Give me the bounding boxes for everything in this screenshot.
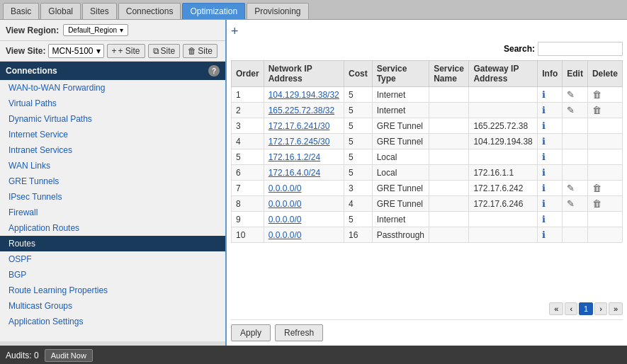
info-icon[interactable]: ℹ [542, 136, 546, 147]
nav-item-virtual-paths[interactable]: Virtual Paths [0, 96, 225, 111]
network-link[interactable]: 172.16.4.0/24 [269, 168, 320, 178]
cell-info: ℹ [538, 103, 563, 118]
network-link[interactable]: 0.0.0.0/0 [269, 199, 302, 209]
info-icon[interactable]: ℹ [542, 229, 546, 240]
search-input[interactable] [538, 42, 623, 56]
cell-info: ℹ [538, 87, 563, 103]
scrollbar[interactable] [0, 341, 225, 346]
edit-icon[interactable]: ✎ [567, 198, 575, 209]
info-icon[interactable]: ℹ [542, 105, 546, 115]
nav-item-ipsec-tunnels[interactable]: IPsec Tunnels [0, 189, 225, 205]
nav-item-routes[interactable]: Routes [0, 236, 225, 251]
delete-icon[interactable]: 🗑 [592, 89, 601, 100]
delete-icon[interactable]: 🗑 [592, 183, 601, 193]
delete-site-button[interactable]: 🗑 Site [183, 44, 218, 58]
table-row: 4172.17.6.245/305GRE Tunnel104.129.194.3… [232, 134, 623, 149]
cell-service-type: Internet [372, 103, 429, 118]
info-icon[interactable]: ℹ [542, 214, 546, 224]
nav-item-wan-links[interactable]: WAN Links [0, 158, 225, 174]
edit-icon[interactable]: ✎ [567, 105, 575, 115]
cell-network: 165.225.72.38/32 [264, 103, 344, 118]
info-icon[interactable]: ℹ [542, 167, 546, 178]
network-link[interactable]: 172.17.6.241/30 [269, 121, 330, 131]
network-link[interactable]: 165.225.72.38/32 [269, 106, 334, 115]
info-icon[interactable]: ℹ [542, 198, 546, 209]
network-link[interactable]: 172.17.6.245/30 [269, 137, 330, 147]
cell-order: 3 [232, 118, 264, 134]
table-row: 90.0.0.0/05Internetℹ [232, 212, 623, 227]
cell-service-type: GRE Tunnel [372, 181, 429, 196]
audit-now-button[interactable]: Audit Now [45, 349, 93, 362]
tab-connections[interactable]: Connections [118, 3, 181, 19]
network-link[interactable]: 0.0.0.0/0 [269, 230, 302, 240]
view-region-row: View Region: Default_Region ▾ [0, 20, 225, 41]
help-icon[interactable]: ? [208, 65, 220, 76]
region-select-dropdown[interactable]: Default_Region ▾ [63, 24, 128, 36]
cell-service-name [429, 196, 469, 212]
nav-item-intranet-services[interactable]: Intranet Services [0, 142, 225, 158]
tab-global[interactable]: Global [40, 3, 81, 19]
page-last-button[interactable]: » [609, 302, 623, 315]
nav-item-wan-to-wan[interactable]: WAN-to-WAN Forwarding [0, 80, 225, 96]
page-current-button[interactable]: 1 [579, 302, 593, 315]
edit-icon[interactable]: ✎ [567, 89, 575, 100]
cell-order: 8 [232, 196, 264, 212]
network-link[interactable]: 104.129.194.38/32 [269, 90, 339, 100]
cell-delete [587, 149, 622, 165]
site-select-value: MCN-5100 [52, 46, 93, 56]
add-site-button[interactable]: + + Site [107, 44, 145, 58]
cell-network: 172.17.6.245/30 [264, 134, 344, 149]
info-icon[interactable]: ℹ [542, 183, 546, 193]
cell-edit: ✎ [563, 196, 588, 212]
network-link[interactable]: 172.16.1.2/24 [269, 152, 320, 162]
info-icon[interactable]: ℹ [542, 152, 546, 162]
cell-service-name [429, 87, 469, 103]
cell-gateway: 104.129.194.38 [469, 134, 538, 149]
table-row: 70.0.0.0/03GRE Tunnel172.17.6.242ℹ✎🗑 [232, 181, 623, 196]
nav-item-multicast-groups[interactable]: Multicast Groups [0, 298, 225, 314]
info-icon[interactable]: ℹ [542, 120, 546, 131]
apply-button[interactable]: Apply [231, 324, 271, 341]
nav-item-application-routes[interactable]: Application Routes [0, 220, 225, 236]
nav-item-dynamic-virtual-paths[interactable]: Dynamic Virtual Paths [0, 111, 225, 127]
cell-network: 172.16.4.0/24 [264, 165, 344, 181]
search-bar: Search: [231, 42, 623, 56]
cell-network: 104.129.194.38/32 [264, 87, 344, 103]
cell-cost: 5 [344, 149, 372, 165]
view-site-label: View Site: [6, 46, 45, 56]
nav-item-internet-service[interactable]: Internet Service [0, 127, 225, 142]
top-tabs-bar: Basic Global Sites Connections Optimizat… [0, 0, 627, 20]
cell-network: 0.0.0.0/0 [264, 196, 344, 212]
cell-order: 1 [232, 87, 264, 103]
cell-service-name [429, 103, 469, 118]
page-prev-button[interactable]: ‹ [565, 302, 577, 315]
nav-item-bgp[interactable]: BGP [0, 267, 225, 283]
tab-provisioning[interactable]: Provisioning [247, 3, 308, 19]
nav-item-ospf[interactable]: OSPF [0, 251, 225, 267]
tab-optimization[interactable]: Optimization [182, 3, 245, 19]
copy-site-button[interactable]: ⧉ Site [148, 44, 181, 58]
nav-item-route-learning[interactable]: Route Learning Properties [0, 283, 225, 298]
delete-icon[interactable]: 🗑 [592, 198, 601, 209]
tab-sites[interactable]: Sites [82, 3, 117, 19]
delete-icon[interactable]: 🗑 [592, 105, 601, 115]
network-link[interactable]: 0.0.0.0/0 [269, 215, 302, 224]
add-route-button[interactable]: + [231, 24, 623, 39]
page-next-button[interactable]: › [594, 302, 607, 315]
cell-edit [563, 134, 588, 149]
info-icon[interactable]: ℹ [542, 89, 546, 100]
col-network: Network IP Address [264, 61, 344, 87]
nav-item-gre-tunnels[interactable]: GRE Tunnels [0, 174, 225, 189]
page-first-button[interactable]: « [549, 302, 563, 315]
refresh-button[interactable]: Refresh [275, 324, 323, 341]
network-link[interactable]: 0.0.0.0/0 [269, 183, 302, 193]
cell-cost: 5 [344, 165, 372, 181]
nav-item-application-settings[interactable]: Application Settings [0, 314, 225, 329]
cell-network: 0.0.0.0/0 [264, 227, 344, 243]
cell-service-type: GRE Tunnel [372, 118, 429, 134]
site-select-dropdown[interactable]: MCN-5100 ▾ [48, 44, 103, 58]
edit-icon[interactable]: ✎ [567, 183, 575, 193]
tab-basic[interactable]: Basic [3, 3, 39, 19]
nav-item-firewall[interactable]: Firewall [0, 205, 225, 220]
routes-table: Order Network IP Address Cost Service Ty… [231, 60, 623, 243]
